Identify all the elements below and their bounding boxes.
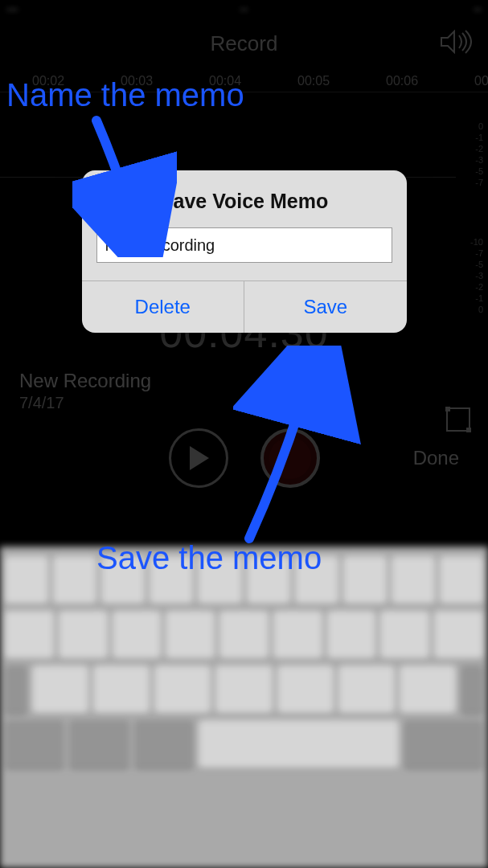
keyboard[interactable] (0, 547, 488, 868)
backspace-key[interactable] (461, 665, 483, 714)
numbers-key[interactable] (5, 720, 64, 768)
return-key[interactable] (404, 720, 483, 768)
space-key[interactable] (199, 720, 398, 768)
save-button[interactable]: Save (244, 281, 407, 333)
mic-key[interactable] (134, 720, 194, 768)
shift-key[interactable] (5, 665, 27, 714)
emoji-key[interactable] (69, 720, 129, 768)
dialog-title: Save Voice Memo (82, 170, 407, 227)
save-dialog: Save Voice Memo Delete Save (82, 170, 407, 333)
delete-button[interactable]: Delete (82, 281, 244, 333)
memo-name-input[interactable] (96, 227, 392, 263)
